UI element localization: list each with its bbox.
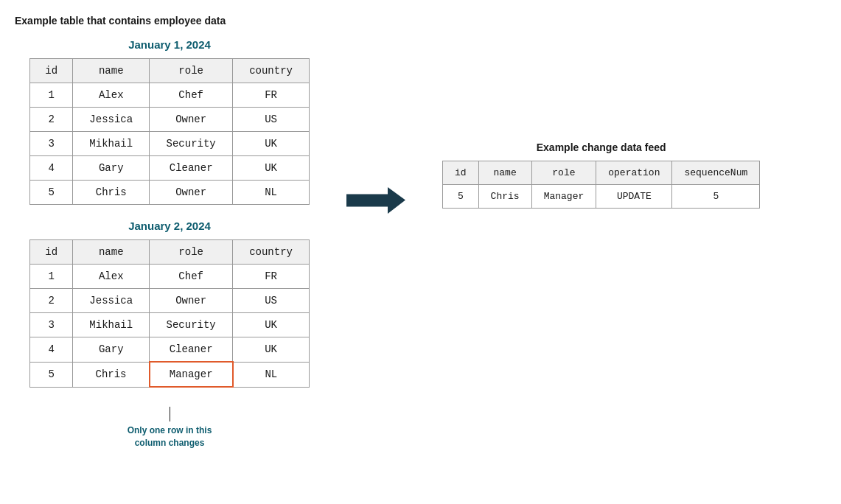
cell: UK <box>233 313 310 337</box>
cell: Gary <box>73 156 150 181</box>
cell: 4 <box>30 337 73 363</box>
left-section: January 1, 2024 id name role country 1 A… <box>15 38 324 449</box>
table1-col-role: role <box>150 59 233 83</box>
cell: Chef <box>150 83 233 108</box>
table-row-highlighted: 5 Chris Manager NL <box>30 362 310 387</box>
table-row: 1 Alex Chef FR <box>30 265 310 289</box>
cell: Alex <box>73 83 150 108</box>
table-row: 3 Mikhail Security UK <box>30 313 310 337</box>
cell: Chris <box>73 362 150 387</box>
right-section: Example change data feed id name role op… <box>442 141 760 209</box>
cell: Chris <box>73 181 150 205</box>
cell: Jessica <box>73 289 150 313</box>
change-feed-cell-operation: UPDATE <box>596 185 672 209</box>
table2-col-country: country <box>233 240 310 265</box>
cell: Security <box>150 132 233 156</box>
table1: id name role country 1 Alex Chef FR 2 Je… <box>29 58 310 205</box>
table-row: 2 Jessica Owner US <box>30 289 310 313</box>
table-row: 3 Mikhail Security UK <box>30 132 310 156</box>
table2-col-id: id <box>30 240 73 265</box>
change-feed-cell-sequencenum: 5 <box>672 185 760 209</box>
cell: Chef <box>150 265 233 289</box>
cell: 2 <box>30 108 73 132</box>
cell: Mikhail <box>73 132 150 156</box>
table-row: 1 Alex Chef FR <box>30 83 310 108</box>
cell: 3 <box>30 132 73 156</box>
annotation-text: Only one row in thiscolumn changes <box>128 424 212 449</box>
table-row: 4 Gary Cleaner UK <box>30 337 310 363</box>
change-feed-col-role: role <box>531 161 596 185</box>
table2-title: January 2, 2024 <box>128 220 211 232</box>
table1-col-country: country <box>233 59 310 83</box>
cell: 2 <box>30 289 73 313</box>
cell: Owner <box>150 289 233 313</box>
table2-header-row: id name role country <box>30 240 310 265</box>
cell: NL <box>233 181 310 205</box>
cell: Alex <box>73 265 150 289</box>
table1-header-row: id name role country <box>30 59 310 83</box>
table2-col-name: name <box>73 240 150 265</box>
svg-marker-0 <box>346 187 405 214</box>
cell: 5 <box>30 362 73 387</box>
cell: 1 <box>30 83 73 108</box>
cell: UK <box>233 156 310 181</box>
cell: US <box>233 108 310 132</box>
change-feed-table: id name role operation sequenceNum 5 Chr… <box>442 161 760 209</box>
cell: Cleaner <box>150 337 233 363</box>
annotation-line <box>170 407 170 421</box>
cell: NL <box>233 362 310 387</box>
cell: Owner <box>150 181 233 205</box>
cell: US <box>233 289 310 313</box>
cell: FR <box>233 83 310 108</box>
cell: Jessica <box>73 108 150 132</box>
table-row: 2 Jessica Owner US <box>30 108 310 132</box>
cell: Cleaner <box>150 156 233 181</box>
annotation-container: Only one row in thiscolumn changes <box>128 407 212 449</box>
right-arrow-icon <box>346 186 405 215</box>
table1-title: January 1, 2024 <box>128 38 211 51</box>
cell: UK <box>233 337 310 363</box>
change-feed-header-row: id name role operation sequenceNum <box>443 161 760 185</box>
change-feed-row: 5 Chris Manager UPDATE 5 <box>443 185 760 209</box>
cell: Security <box>150 313 233 337</box>
change-feed-title: Example change data feed <box>442 141 760 153</box>
arrow-section <box>324 186 428 215</box>
change-feed-cell-name: Chris <box>478 185 531 209</box>
cell: Mikhail <box>73 313 150 337</box>
cell-highlighted: Manager <box>150 362 233 387</box>
cell: Owner <box>150 108 233 132</box>
cell: 1 <box>30 265 73 289</box>
main-title: Example table that contains employee dat… <box>15 15 826 27</box>
table1-col-id: id <box>30 59 73 83</box>
cell: FR <box>233 265 310 289</box>
table2: id name role country 1 Alex Chef FR 2 Je… <box>29 239 310 388</box>
cell: 3 <box>30 313 73 337</box>
change-feed-col-operation: operation <box>596 161 672 185</box>
change-feed-cell-role: Manager <box>531 185 596 209</box>
change-feed-col-sequencenum: sequenceNum <box>672 161 760 185</box>
table-row: 4 Gary Cleaner UK <box>30 156 310 181</box>
change-feed-col-name: name <box>478 161 531 185</box>
table-row: 5 Chris Owner NL <box>30 181 310 205</box>
change-feed-cell-id: 5 <box>443 185 479 209</box>
cell: Gary <box>73 337 150 363</box>
table1-col-name: name <box>73 59 150 83</box>
cell: 4 <box>30 156 73 181</box>
table2-col-role: role <box>150 240 233 265</box>
cell: 5 <box>30 181 73 205</box>
change-feed-col-id: id <box>443 161 479 185</box>
cell: UK <box>233 132 310 156</box>
